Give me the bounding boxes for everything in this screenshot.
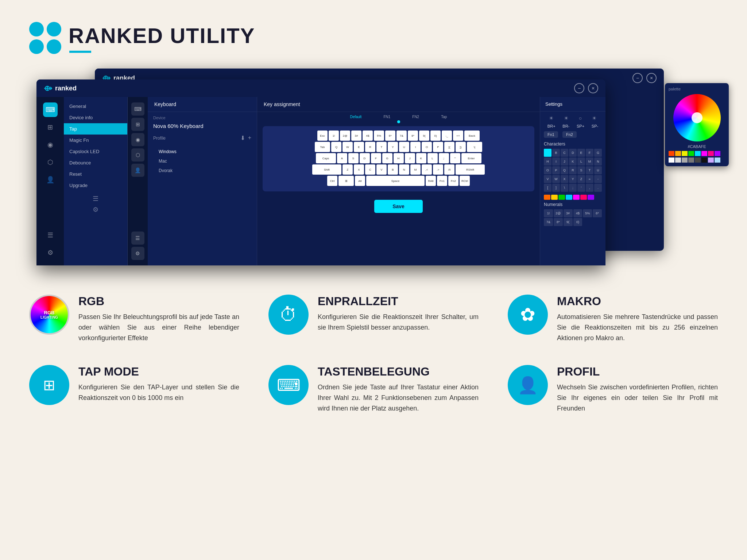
char-btn-c[interactable]: C (561, 149, 568, 157)
char-btn-mi[interactable]: - (594, 175, 602, 183)
swatch-pink[interactable] (580, 195, 587, 200)
char-btn-rb[interactable]: ] (552, 184, 560, 192)
key-2[interactable]: 2@ (340, 131, 350, 141)
nav-icon-light[interactable]: ◉ (131, 133, 144, 146)
char-btn-q[interactable]: Q (561, 166, 568, 174)
nav-item-capslock-led[interactable]: Capslock LED (64, 146, 127, 157)
key-enter[interactable]: Enter (461, 153, 481, 163)
key-v[interactable]: V (376, 164, 387, 175)
key-k[interactable]: K (416, 153, 426, 163)
key-rbracket[interactable]: ]} (456, 142, 466, 152)
char-btn-qt[interactable]: ' (577, 184, 585, 192)
sidebar-icon-profile[interactable]: 👤 (43, 172, 58, 187)
char-btn-o[interactable]: O (544, 166, 551, 174)
key-lctrl[interactable]: Ctrl (327, 176, 337, 186)
char-btn-cm[interactable]: , (586, 184, 593, 192)
swatch-magenta[interactable] (573, 195, 580, 200)
key-g[interactable]: G (382, 153, 392, 163)
nav-icon-profile[interactable]: 👤 (131, 164, 144, 177)
numeral-4[interactable]: 4$ (573, 209, 582, 217)
key-z[interactable]: Z (342, 164, 353, 175)
char-btn-x[interactable]: X (561, 175, 568, 183)
color-wheel[interactable] (673, 94, 721, 141)
key-semicolon[interactable]: ;: (439, 153, 449, 163)
char-btn-j[interactable]: J (561, 158, 568, 166)
numeral-1[interactable]: 1! (544, 209, 553, 217)
pal-swatch-5[interactable] (695, 151, 701, 156)
char-btn-y[interactable]: Y (569, 175, 577, 183)
pal-swatch-w7[interactable] (708, 158, 714, 163)
key-a[interactable]: A (337, 153, 347, 163)
swatch-yellow[interactable] (551, 195, 558, 200)
nav-item-device-info[interactable]: Device info (64, 112, 127, 123)
numeral-0[interactable]: 0) (573, 218, 582, 226)
pal-swatch-w3[interactable] (682, 158, 688, 163)
nav-icon-settings-bottom[interactable]: ⚙ (131, 247, 144, 260)
key-7[interactable]: 7& (396, 131, 407, 141)
sidebar-icon-light[interactable]: ◉ (43, 137, 58, 152)
profile-download-icon[interactable]: ⬇ (240, 135, 245, 141)
key-8[interactable]: 8* (408, 131, 418, 141)
pal-swatch-w1[interactable] (669, 158, 674, 163)
key-o[interactable]: O (422, 142, 432, 152)
char-btn-dt[interactable]: . (594, 184, 602, 192)
nav-icon-keyboard[interactable]: ⌨ (131, 102, 144, 116)
nav-icon-grid[interactable]: ⊞ (131, 118, 144, 131)
key-backspace[interactable]: Back (464, 131, 480, 141)
char-btn-r[interactable]: R (569, 166, 577, 174)
key-m[interactable]: M (410, 164, 421, 175)
nav-item-debounce[interactable]: Debounce (64, 157, 127, 168)
char-btn-s[interactable]: S (577, 166, 585, 174)
nav-settings-icon[interactable]: ⚙ (93, 206, 98, 214)
pal-swatch-w4[interactable] (688, 158, 694, 163)
char-btn-v[interactable]: V (544, 175, 551, 183)
profile-windows[interactable]: Windows (153, 147, 251, 156)
key-fn2[interactable]: Fn2 (448, 176, 458, 186)
fn2-badge[interactable]: Fn2 (562, 131, 577, 138)
key-lalt[interactable]: Alt (355, 176, 365, 186)
key-esc[interactable]: Esc (317, 131, 328, 141)
key-tab[interactable]: Tab (315, 142, 330, 152)
key-0[interactable]: 0) (430, 131, 441, 141)
key-space[interactable]: Space (366, 176, 425, 186)
numeral-9[interactable]: 9( (564, 218, 573, 226)
profile-mac[interactable]: Mac (153, 156, 251, 166)
nav-icon-macro[interactable]: ⬡ (131, 148, 144, 162)
key-lbracket[interactable]: [{ (444, 142, 454, 152)
pal-swatch-w5[interactable] (695, 158, 701, 163)
swatch-purple[interactable] (588, 195, 594, 200)
sidebar-icon-macro[interactable]: ⬡ (43, 155, 58, 170)
window-controls-fg[interactable]: − × (574, 83, 598, 93)
char-btn-p[interactable]: P (552, 166, 560, 174)
key-q[interactable]: Q (331, 142, 341, 152)
key-p[interactable]: P (433, 142, 443, 152)
key-9[interactable]: 9( (419, 131, 429, 141)
numeral-5[interactable]: 5% (583, 209, 592, 217)
char-btn-0[interactable] (544, 149, 551, 157)
pal-swatch-6[interactable] (701, 151, 707, 156)
key-h[interactable]: H (394, 153, 404, 163)
key-n[interactable]: N (399, 164, 409, 175)
char-btn-eq[interactable]: = (586, 175, 593, 183)
numeral-6[interactable]: 6* (593, 209, 602, 217)
key-l[interactable]: L (427, 153, 438, 163)
char-btn-w[interactable]: W (552, 175, 560, 183)
pal-swatch-7[interactable] (708, 151, 714, 156)
sidebar-icon-grid[interactable]: ⊞ (43, 120, 58, 135)
key-lwin[interactable]: ⊞ (338, 176, 354, 186)
key-backslash[interactable]: \| (467, 142, 482, 152)
char-btn-z[interactable]: Z (577, 175, 585, 183)
profile-dvorak[interactable]: Dvorak (153, 166, 251, 175)
char-btn-bs[interactable]: \ (561, 184, 568, 192)
key-e[interactable]: E (354, 142, 364, 152)
key-rshift[interactable]: RShift (456, 164, 485, 175)
close-btn-fg[interactable]: × (588, 83, 598, 93)
key-y[interactable]: Y (388, 142, 398, 152)
minimize-btn-bg[interactable]: − (632, 73, 643, 83)
char-btn-b[interactable]: B (552, 149, 560, 157)
key-comma[interactable]: ,< (422, 164, 432, 175)
sidebar-icon-settings[interactable]: ⚙ (43, 245, 58, 260)
nav-item-tap[interactable]: Tap (64, 123, 127, 135)
key-d[interactable]: D (360, 153, 370, 163)
char-btn-sc[interactable]: ; (569, 184, 577, 192)
